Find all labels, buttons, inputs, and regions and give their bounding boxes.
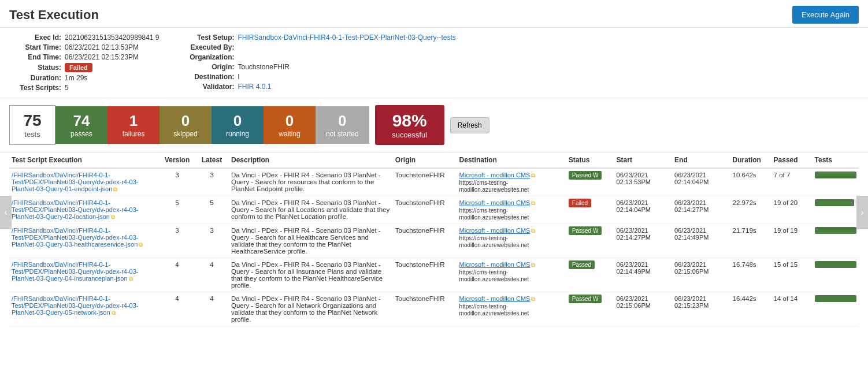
latest-cell: 4 bbox=[195, 258, 229, 292]
page-title: Test Execution bbox=[9, 8, 99, 23]
copy-icon[interactable]: ⧉ bbox=[111, 214, 115, 220]
copy-icon[interactable]: ⧉ bbox=[139, 241, 143, 248]
destination-value: l bbox=[238, 73, 240, 81]
description-cell: Da Vinci - PDex - FHIR R4 - Scenario 03 … bbox=[229, 224, 393, 258]
tests-cell bbox=[813, 168, 859, 196]
nav-arrow-left[interactable]: ‹ bbox=[0, 196, 12, 229]
description-cell: Da Vinci - PDex - FHIR R4 - Scenario 03 … bbox=[229, 196, 393, 224]
duration-value: 1m 29s bbox=[65, 74, 87, 82]
status-badge: Failed bbox=[65, 63, 92, 72]
duration-cell: 16.748s bbox=[730, 258, 771, 292]
destination-url: https://cms-testing-modillon.azurewebsit… bbox=[459, 235, 529, 248]
summary-skipped-box: 0 skipped bbox=[159, 106, 212, 144]
summary-running-label: running bbox=[222, 130, 253, 138]
end-cell: 06/23/202102:14:27PM bbox=[672, 196, 730, 224]
executed-by-label: Executed By: bbox=[183, 43, 235, 51]
origin-cell: TouchstoneFHIR bbox=[393, 258, 457, 292]
validator-link[interactable]: FHIR 4.0.1 bbox=[238, 83, 272, 91]
destination-row: Destination: l bbox=[183, 73, 456, 81]
destination-link[interactable]: Microsoft - modillon CMS bbox=[459, 172, 531, 178]
script-link[interactable]: /FHIRSandbox/DaVinci/FHIR4-0-1-Test/PDEX… bbox=[12, 227, 138, 248]
version-cell: 3 bbox=[159, 168, 195, 196]
col-header-destination: Destination bbox=[457, 152, 566, 168]
destination-cell: Microsoft - modillon CMS⧉https://cms-tes… bbox=[457, 224, 566, 258]
col-header-latest: Latest bbox=[195, 152, 229, 168]
summary-passes-box: 74 passes bbox=[55, 106, 107, 144]
status-badge: Failed bbox=[569, 199, 591, 207]
passed-cell: 15 of 15 bbox=[771, 258, 813, 292]
start-cell: 06/23/202102:14:27PM bbox=[614, 224, 673, 258]
passed-cell: 14 of 14 bbox=[771, 292, 813, 326]
nav-arrow-right[interactable]: › bbox=[856, 196, 868, 229]
dest-copy-icon[interactable]: ⧉ bbox=[531, 172, 535, 178]
origin-row: Origin: TouchstoneFHIR bbox=[183, 63, 456, 71]
execute-again-button[interactable]: Execute Again bbox=[792, 6, 859, 24]
destination-link[interactable]: Microsoft - modillon CMS bbox=[459, 199, 531, 206]
version-cell: 5 bbox=[159, 196, 195, 224]
col-header-start: Start bbox=[614, 152, 673, 168]
latest-cell: 4 bbox=[195, 292, 229, 326]
refresh-button[interactable]: Refresh bbox=[450, 117, 489, 133]
status-badge: Passed W bbox=[569, 171, 602, 180]
end-cell: 06/23/202102:14:49PM bbox=[672, 224, 730, 258]
destination-link[interactable]: Microsoft - modillon CMS bbox=[459, 261, 531, 268]
summary-total-label: tests bbox=[20, 130, 44, 139]
start-time-label: Start Time: bbox=[9, 43, 61, 51]
destination-link[interactable]: Microsoft - modillon CMS bbox=[459, 295, 531, 302]
status-row: Status: Failed bbox=[9, 63, 159, 72]
script-link[interactable]: /FHIRSandbox/DaVinci/FHIR4-0-1-Test/PDEX… bbox=[12, 199, 138, 220]
end-cell: 06/23/202102:14:04PM bbox=[672, 168, 730, 196]
destination-cell: Microsoft - modillon CMS⧉https://cms-tes… bbox=[457, 258, 566, 292]
summary-percent-number: 98% bbox=[388, 111, 432, 131]
start-cell: 06/23/202102:15:06PM bbox=[614, 292, 673, 326]
tests-cell bbox=[813, 292, 859, 326]
progress-bar-wrap bbox=[815, 295, 856, 302]
meta-section: Exec Id: 20210623151353420989841 9 Start… bbox=[0, 28, 868, 98]
page-header: Test Execution Execute Again bbox=[0, 0, 868, 28]
table-section: Test Script Execution Version Latest Des… bbox=[0, 152, 868, 326]
summary-percent-box: 98% successful bbox=[375, 105, 444, 145]
destination-url: https://cms-testing-modillon.azurewebsit… bbox=[459, 303, 529, 316]
status-cell: Passed W bbox=[566, 168, 614, 196]
end-time-row: End Time: 06/23/2021 02:15:23PM bbox=[9, 53, 159, 61]
duration-cell: 10.642s bbox=[730, 168, 771, 196]
summary-skipped-label: skipped bbox=[170, 130, 201, 138]
status-badge: Passed W bbox=[569, 226, 602, 235]
test-setup-link[interactable]: FHIRSandbox-DaVinci-FHIR4-0-1-Test-PDEX-… bbox=[238, 33, 456, 42]
description-cell: Da Vinci - PDex - FHIR R4 - Scenario 03 … bbox=[229, 292, 393, 326]
destination-link[interactable]: Microsoft - modillon CMS bbox=[459, 227, 531, 234]
duration-row: Duration: 1m 29s bbox=[9, 74, 159, 82]
script-link[interactable]: /FHIRSandbox/DaVinci/FHIR4-0-1-Test/PDEX… bbox=[12, 261, 138, 282]
summary-failures-number: 1 bbox=[118, 112, 149, 130]
summary-not-started-number: 0 bbox=[326, 112, 359, 130]
copy-icon[interactable]: ⧉ bbox=[129, 275, 133, 282]
destination-cell: Microsoft - modillon CMS⧉https://cms-tes… bbox=[457, 196, 566, 224]
summary-failures-box: 1 failures bbox=[107, 106, 159, 144]
dest-copy-icon[interactable]: ⧉ bbox=[531, 262, 535, 268]
script-link[interactable]: /FHIRSandbox/DaVinci/FHIR4-0-1-Test/PDEX… bbox=[12, 172, 138, 192]
dest-copy-icon[interactable]: ⧉ bbox=[531, 296, 535, 302]
status-cell: Passed bbox=[566, 258, 614, 292]
status-cell: Passed W bbox=[566, 224, 614, 258]
copy-icon[interactable]: ⧉ bbox=[113, 186, 117, 192]
progress-bar-wrap bbox=[815, 227, 856, 234]
copy-icon[interactable]: ⧉ bbox=[112, 310, 116, 316]
status-badge: Passed bbox=[569, 260, 595, 269]
start-cell: 06/23/202102:14:49PM bbox=[614, 258, 673, 292]
table-header: Test Script Execution Version Latest Des… bbox=[9, 152, 859, 168]
test-setup-label: Test Setup: bbox=[183, 33, 235, 42]
end-time-value: 06/23/2021 02:15:23PM bbox=[65, 53, 139, 61]
dest-copy-icon[interactable]: ⧉ bbox=[531, 200, 535, 206]
col-header-version: Version bbox=[159, 152, 195, 168]
dest-copy-icon[interactable]: ⧉ bbox=[531, 228, 535, 234]
summary-total-box: 75 tests bbox=[9, 105, 55, 145]
version-cell: 4 bbox=[159, 258, 195, 292]
col-header-end: End bbox=[672, 152, 730, 168]
script-link[interactable]: /FHIRSandbox/DaVinci/FHIR4-0-1-Test/PDEX… bbox=[12, 295, 138, 316]
description-cell: Da Vinci - PDex - FHIR R4 - Scenario 03 … bbox=[229, 168, 393, 196]
latest-cell: 5 bbox=[195, 196, 229, 224]
origin-cell: TouchstoneFHIR bbox=[393, 168, 457, 196]
version-cell: 3 bbox=[159, 224, 195, 258]
progress-bar-wrap bbox=[815, 261, 856, 268]
start-time-row: Start Time: 06/23/2021 02:13:53PM bbox=[9, 43, 159, 51]
